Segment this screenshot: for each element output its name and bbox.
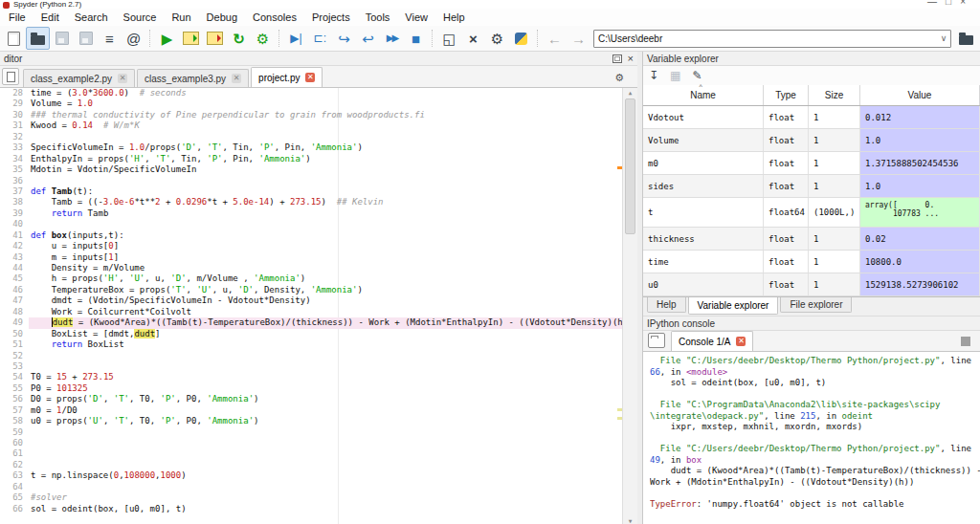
scroll-down-icon[interactable]: ▼ [623,517,637,524]
code-line-59[interactable]: 59 [0,427,637,438]
code-line-31[interactable]: 31Kwood = 0.14 # W/m*K [0,120,637,131]
editor-options-icon[interactable]: ⚙ [614,72,624,84]
code-line-61[interactable]: 61 [0,448,637,459]
code-line-43[interactable]: 43 m = inputs[1] [0,252,637,263]
code-line-46[interactable]: 46 TemperatureBox = props('T', 'U', u, '… [0,285,637,295]
code-line-48[interactable]: 48 Work = Coilcurrent*Coilvolt [0,307,637,317]
new-file-button[interactable] [2,27,26,50]
console-output[interactable]: File "C:/Users/deebr/Desktop/Thermo Pyth… [643,352,980,524]
variable-row-Vdotout[interactable]: Vdotoutfloat10.012 [643,106,980,129]
window-controls[interactable]: —□× [927,0,974,7]
code-line-57[interactable]: 57m0 = 1/D0 [0,405,637,416]
panel-tab-file-explorer[interactable]: File explorer [780,297,852,313]
code-line-65[interactable]: 65#solver [0,492,637,503]
menu-item-consoles[interactable]: Consoles [245,10,304,25]
variable-row-sides[interactable]: sidesfloat11.0 [643,175,980,198]
panel-tab-variable-explorer[interactable]: Variable explorer [688,297,779,315]
variable-value[interactable]: 0.012 [860,106,980,128]
code-line-38[interactable]: 38 Tamb = ((-3.0e-6*t**2 + 0.0296*t + 5.… [0,197,637,207]
variable-value[interactable]: 1.0 [860,175,980,197]
code-line-53[interactable]: 53 [0,361,637,372]
code-line-56[interactable]: 56D0 = props('D', 'T', T0, 'P', P0, 'Amm… [0,394,637,404]
code-line-37[interactable]: 37def Tamb(t): [0,186,637,197]
code-line-64[interactable]: 64 [0,482,637,492]
symbol-finder-button[interactable]: @ [122,27,145,50]
column-header-value[interactable]: Value [860,85,980,105]
code-line-40[interactable]: 40 [0,219,637,229]
code-line-66[interactable]: 66sol = odeint(box, [u0, m0], t) [0,504,637,514]
close-tab-icon[interactable]: ✕ [118,74,127,83]
code-line-55[interactable]: 55P0 = 101325 [0,383,637,394]
code-line-29[interactable]: 29Volume = 1.0 [0,98,637,109]
code-line-42[interactable]: 42 u = inputs[0] [0,241,637,251]
rerun-cell-button[interactable]: ↻ [227,27,251,50]
run-file-button[interactable]: ▶ [155,27,179,50]
menu-item-debug[interactable]: Debug [199,10,245,25]
debug-file-button[interactable]: ▶| [284,27,308,50]
save-file-button[interactable] [50,27,74,50]
code-line-45[interactable]: 45 h = props('H', 'U', u, 'D', m/Volume … [0,273,637,284]
code-editor[interactable]: 28time = (3.0*3600.0) # seconds29Volume … [0,88,637,524]
close-console-icon[interactable]: ✕ [736,337,746,346]
menu-item-tools[interactable]: Tools [358,10,398,25]
back-button[interactable]: ← [543,27,567,50]
fullscreen-button[interactable]: × [461,27,485,50]
variable-row-t[interactable]: tfloat64(1000L,)array([ 0. 107783 ... [643,198,980,228]
code-line-47[interactable]: 47 dmdt = (Vdotin/SpecificVolumeIn - Vdo… [0,295,637,306]
browse-tabs-button[interactable] [2,68,19,85]
save-data-as-icon[interactable]: ✎ [692,70,702,81]
console-folder-icon[interactable] [648,333,665,348]
menu-item-edit[interactable]: Edit [33,10,67,25]
menu-item-search[interactable]: Search [67,10,116,25]
open-file-button[interactable] [26,27,50,50]
code-line-36[interactable]: 36 [0,176,637,186]
python-environment-button[interactable] [509,27,533,50]
code-line-33[interactable]: 33SpecificVolumeIn = 1.0/props('D', 'T',… [0,142,637,153]
code-line-54[interactable]: 54T0 = 15 + 273.15 [0,372,637,382]
panel-tab-help[interactable]: Help [647,297,686,313]
debug-cell-button[interactable]: ⊏: [308,27,332,50]
close-tab-icon[interactable]: ✕ [305,73,315,82]
save-all-button[interactable] [74,27,98,50]
window-control-icon[interactable]: × [960,0,974,7]
editor-scrollbar[interactable]: ▲ ▼ [622,88,637,524]
variable-value[interactable]: 1529138.5273906102 [860,273,980,295]
code-line-60[interactable]: 60 [0,438,637,448]
undock-pane-icon[interactable] [612,55,622,63]
save-data-icon[interactable]: ▦ [670,70,680,81]
variable-value[interactable]: 0.02 [860,228,980,250]
variable-row-m0[interactable]: m0float11.3715888502454536 [643,152,980,175]
import-data-icon[interactable]: ↧ [649,70,658,81]
variable-value[interactable]: 10800.0 [860,251,980,273]
column-header-type[interactable]: Type [764,85,809,105]
code-line-30[interactable]: 30### thermal conductivity of Pine perpe… [0,110,637,120]
step-return-button[interactable]: ↩ [356,27,380,50]
code-line-51[interactable]: 51 return BoxList [0,339,637,350]
column-header-name[interactable]: ^Name [643,85,764,105]
browse-working-directory-button[interactable] [954,27,978,50]
variable-row-Volume[interactable]: Volumefloat11.0 [643,129,980,152]
code-line-50[interactable]: 50 BoxList = [dmdt,dudt] [0,329,637,339]
scrollbar-thumb[interactable] [625,98,635,234]
window-control-icon[interactable]: — [927,0,946,7]
editor-tab-class_example3-py[interactable]: class_example3.py✕ [137,69,249,87]
menu-item-source[interactable]: Source [116,10,165,25]
scroll-up-icon[interactable]: ▲ [623,89,637,96]
run-cell-advance-button[interactable] [203,27,227,50]
console-tab[interactable]: Console 1/A ✕ [671,331,753,351]
variable-value[interactable]: array([ 0. 107783 ... [860,198,980,227]
variable-row-thickness[interactable]: thicknessfloat10.02 [643,228,980,251]
code-line-28[interactable]: 28time = (3.0*3600.0) # seconds [0,88,637,98]
code-line-39[interactable]: 39 return Tamb [0,208,637,219]
menu-item-file[interactable]: File [1,10,33,25]
editor-tab-project-py[interactable]: project.py✕ [251,67,323,87]
variable-row-u0[interactable]: u0float11529138.5273906102 [643,273,980,296]
chevron-down-icon[interactable]: ∨ [937,33,950,43]
code-line-34[interactable]: 34EnthalpyIn = props('H', 'T', Tin, 'P',… [0,154,637,164]
variable-value[interactable]: 1.0 [860,129,980,151]
step-into-button[interactable]: ↪ [332,27,356,50]
variable-value[interactable]: 1.3715888502454536 [860,152,980,174]
close-tab-icon[interactable]: ✕ [232,74,241,83]
maximize-pane-button[interactable]: ◱ [437,27,461,50]
forward-button[interactable]: → [567,27,590,50]
